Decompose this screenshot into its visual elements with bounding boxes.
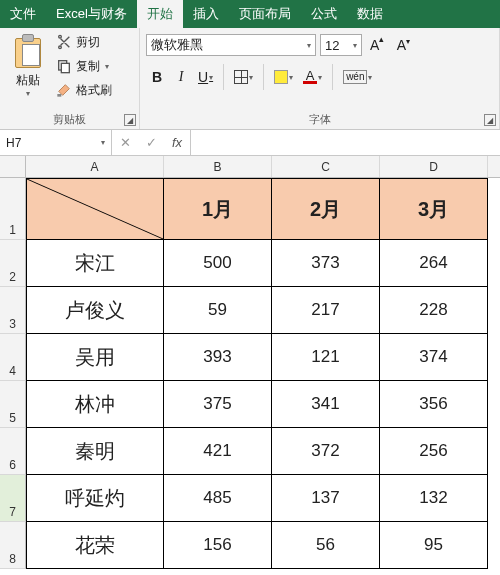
clipboard-group-label: 剪贴板 [6,110,133,127]
cell-d8[interactable]: 95 [380,522,488,569]
format-painter-label: 格式刷 [76,82,112,99]
cell-d6[interactable]: 256 [380,428,488,475]
row-head-2[interactable]: 2 [0,240,26,287]
cell-d1[interactable]: 3月 [380,178,488,240]
formula-bar: H7 ▾ ✕ ✓ fx [0,130,500,156]
font-size-value: 12 [325,38,339,53]
copy-icon [56,58,72,74]
svg-rect-2 [57,94,61,97]
menu-bar: 文件 Excel与财务 开始 插入 页面布局 公式 数据 [0,0,500,28]
worksheet: A B C D 1 1月 2月 3月 2 宋江 500 373 264 3 卢俊… [0,156,500,569]
cell-c4[interactable]: 121 [272,334,380,381]
col-head-d[interactable]: D [380,156,488,177]
font-name-value: 微软雅黑 [151,36,203,54]
paste-label: 粘贴 [16,72,40,89]
font-group-label: 字体 [146,110,493,127]
separator [332,64,333,90]
menu-tab-addin[interactable]: Excel与财务 [46,0,137,28]
ribbon: 粘贴 ▾ 剪切 复制▾ [0,28,500,130]
fx-icon: fx [172,135,182,150]
row-head-5[interactable]: 5 [0,381,26,428]
name-box-value: H7 [6,136,21,150]
select-all-corner[interactable] [0,156,26,177]
cell-c3[interactable]: 217 [272,287,380,334]
format-painter-button[interactable]: 格式刷 [56,80,112,100]
cell-a3[interactable]: 卢俊义 [26,287,164,334]
cell-a4[interactable]: 吴用 [26,334,164,381]
cell-d5[interactable]: 356 [380,381,488,428]
clipboard-dialog-launcher[interactable]: ◢ [124,114,136,126]
name-box[interactable]: H7 ▾ [0,130,112,155]
font-color-button[interactable]: A▾ [299,66,326,88]
cell-b1[interactable]: 1月 [164,178,272,240]
cell-c5[interactable]: 341 [272,381,380,428]
separator [263,64,264,90]
font-size-combo[interactable]: 12 ▾ [320,34,362,56]
column-headers: A B C D [0,156,500,178]
borders-icon [234,70,248,84]
cell-a2[interactable]: 宋江 [26,240,164,287]
cell-b4[interactable]: 393 [164,334,272,381]
font-color-icon: A [303,70,317,84]
cell-b8[interactable]: 156 [164,522,272,569]
cell-a1[interactable] [26,178,164,240]
cell-a7[interactable]: 呼延灼 [26,475,164,522]
col-head-c[interactable]: C [272,156,380,177]
cell-d7[interactable]: 132 [380,475,488,522]
bold-button[interactable]: B [146,66,168,88]
cell-d3[interactable]: 228 [380,287,488,334]
row-head-4[interactable]: 4 [0,334,26,381]
menu-tab-home[interactable]: 开始 [137,0,183,28]
phonetic-guide-button[interactable]: wén▾ [339,66,376,88]
underline-button[interactable]: U▾ [194,66,217,88]
cell-c6[interactable]: 372 [272,428,380,475]
cell-c7[interactable]: 137 [272,475,380,522]
increase-font-size-button[interactable]: A▴ [366,34,388,56]
cell-d4[interactable]: 374 [380,334,488,381]
italic-button[interactable]: I [170,66,192,88]
cut-button[interactable]: 剪切 [56,32,112,52]
clipboard-paste-icon [13,34,43,70]
row-head-3[interactable]: 3 [0,287,26,334]
row-head-7[interactable]: 7 [0,475,26,522]
row-head-1[interactable]: 1 [0,178,26,240]
chevron-down-icon: ▾ [353,41,357,50]
scissors-icon [56,34,72,50]
cell-b6[interactable]: 421 [164,428,272,475]
menu-tab-formulas[interactable]: 公式 [301,0,347,28]
paste-button[interactable]: 粘贴 ▾ [6,32,50,110]
insert-function-button[interactable]: fx [164,135,190,150]
col-head-a[interactable]: A [26,156,164,177]
cell-c8[interactable]: 56 [272,522,380,569]
font-dialog-launcher[interactable]: ◢ [484,114,496,126]
grid: 1 1月 2月 3月 2 宋江 500 373 264 3 卢俊义 59 217… [0,178,500,569]
cell-b3[interactable]: 59 [164,287,272,334]
menu-tab-data[interactable]: 数据 [347,0,393,28]
cell-a6[interactable]: 秦明 [26,428,164,475]
menu-tab-insert[interactable]: 插入 [183,0,229,28]
fill-color-button[interactable]: ▾ [270,66,297,88]
copy-button[interactable]: 复制▾ [56,56,112,76]
svg-line-3 [27,179,163,239]
cell-b2[interactable]: 500 [164,240,272,287]
confirm-edit-button[interactable]: ✓ [138,135,164,150]
cell-a8[interactable]: 花荣 [26,522,164,569]
cell-b5[interactable]: 375 [164,381,272,428]
cell-c1[interactable]: 2月 [272,178,380,240]
font-name-combo[interactable]: 微软雅黑 ▾ [146,34,316,56]
formula-input[interactable] [191,130,500,155]
decrease-font-size-button[interactable]: A▾ [392,34,414,56]
menu-tab-pagelayout[interactable]: 页面布局 [229,0,301,28]
col-head-b[interactable]: B [164,156,272,177]
row-head-8[interactable]: 8 [0,522,26,569]
cell-c2[interactable]: 373 [272,240,380,287]
cancel-edit-button[interactable]: ✕ [112,135,138,150]
row-head-6[interactable]: 6 [0,428,26,475]
cell-a5[interactable]: 林冲 [26,381,164,428]
menu-tab-file[interactable]: 文件 [0,0,46,28]
x-icon: ✕ [120,135,131,150]
borders-button[interactable]: ▾ [230,66,257,88]
cell-b7[interactable]: 485 [164,475,272,522]
chevron-down-icon: ▾ [101,138,105,147]
cell-d2[interactable]: 264 [380,240,488,287]
